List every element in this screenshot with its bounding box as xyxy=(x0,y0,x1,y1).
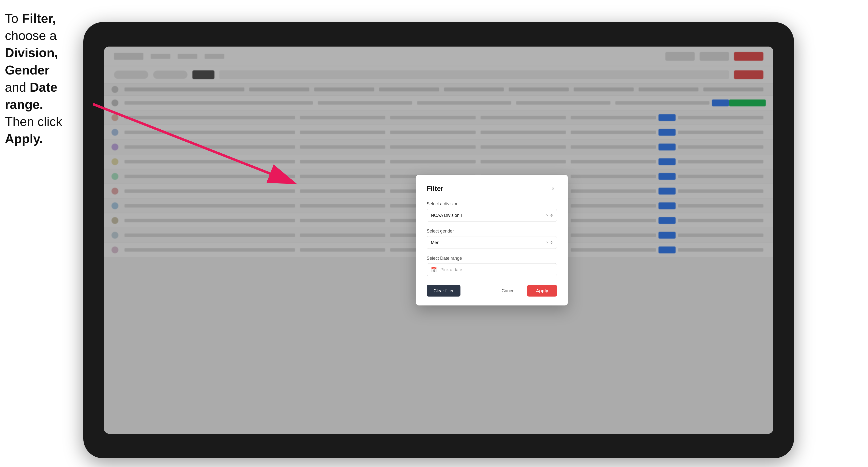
arrow-down-icon xyxy=(550,243,553,244)
modal-header: Filter × xyxy=(427,185,557,193)
division-clear-icon[interactable]: × xyxy=(546,213,549,218)
footer-right: Cancel Apply xyxy=(495,285,557,297)
gender-form-group: Select gender Men × xyxy=(427,228,557,249)
gender-label: Select gender xyxy=(427,228,557,234)
date-label: Select Date range xyxy=(427,256,557,261)
date-form-group: Select Date range 📅 Pick a date xyxy=(427,256,557,276)
arrow-down-icon xyxy=(550,216,553,217)
instruction-line4: Then click Apply. xyxy=(5,115,62,146)
instruction-bold-line: Division, Gender xyxy=(5,45,58,77)
modal-title: Filter xyxy=(427,185,443,193)
division-form-group: Select a division NCAA Division I × xyxy=(427,201,557,222)
calendar-icon: 📅 xyxy=(431,267,437,273)
arrow-up-icon xyxy=(550,214,553,215)
instruction-line3: and Date range. xyxy=(5,80,57,112)
division-arrows xyxy=(550,214,553,217)
gender-select[interactable]: Men × xyxy=(427,236,557,249)
division-controls: × xyxy=(546,213,553,218)
clear-filter-button[interactable]: Clear filter xyxy=(427,285,461,297)
arrow-up-icon xyxy=(550,241,553,242)
date-input[interactable]: 📅 Pick a date xyxy=(427,263,557,276)
gender-controls: × xyxy=(546,240,553,245)
division-label: Select a division xyxy=(427,201,557,207)
modal-footer: Clear filter Cancel Apply xyxy=(427,285,557,297)
modal-close-button[interactable]: × xyxy=(549,185,557,193)
gender-value: Men xyxy=(431,240,439,245)
instruction-line1: To Filter, choose a xyxy=(5,11,57,43)
tablet-frame: Filter × Select a division NCAA Division… xyxy=(83,22,794,458)
apply-button[interactable]: Apply xyxy=(527,285,557,297)
division-value: NCAA Division I xyxy=(431,213,462,218)
filter-modal: Filter × Select a division NCAA Division… xyxy=(416,175,568,306)
tablet-screen: Filter × Select a division NCAA Division… xyxy=(104,46,773,434)
instruction-text: To Filter, choose a Division, Gender and… xyxy=(5,10,83,148)
gender-arrows xyxy=(550,241,553,244)
gender-clear-icon[interactable]: × xyxy=(546,240,549,245)
division-select[interactable]: NCAA Division I × xyxy=(427,209,557,222)
cancel-button[interactable]: Cancel xyxy=(495,285,522,297)
date-placeholder: Pick a date xyxy=(440,267,462,272)
